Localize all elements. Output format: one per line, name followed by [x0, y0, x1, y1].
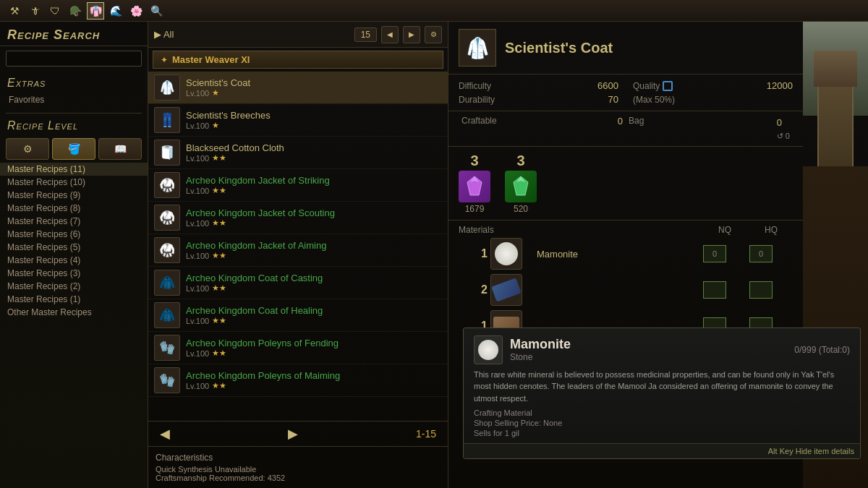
recipe-item-name-2: Blackseed Cotton Cloth — [186, 142, 442, 153]
recipe-item-8[interactable]: 🧤 Archeo Kingdom Poleyns of Fending Lv.1… — [148, 332, 448, 364]
recipe-item-0[interactable]: 🥼 Scientist's Coat Lv.100 ★ — [148, 72, 448, 104]
list-item-master-9[interactable]: Master Recipes (9) — [0, 189, 148, 202]
list-item-master-5[interactable]: Master Recipes (5) — [0, 241, 148, 254]
list-item-master-4[interactable]: Master Recipes (4) — [0, 254, 148, 267]
recipe-toolbar: ▶ All 15 ◀ ▶ ⚙ — [148, 22, 448, 48]
sidebar-search-input[interactable] — [6, 51, 142, 67]
item-header-name: Scientist's Coat — [505, 40, 613, 56]
list-item-master-11[interactable]: Master Recipes (11) — [0, 163, 148, 176]
toolbar-search-icon[interactable]: 🔍 — [148, 2, 165, 20]
recipe-item-info-4: Archeo Kingdom Jacket of Scouting Lv.100… — [186, 207, 442, 228]
toolbar-icon-2[interactable]: 🗡 — [26, 2, 43, 20]
recipe-item-name-0: Scientist's Coat — [186, 77, 442, 88]
quality-label: Quality — [633, 81, 673, 91]
material-icon-0 — [490, 238, 522, 270]
stars-icon-0: ★ — [212, 88, 219, 98]
level-btn-bag[interactable]: 🪣 — [52, 138, 95, 160]
sidebar-item-favorites[interactable]: Favorites — [0, 93, 148, 107]
recipe-item-name-8: Archeo Kingdom Poleyns of Fending — [186, 338, 442, 348]
tooltip-item-count: 0/999 (Total:0) — [578, 345, 850, 355]
recipe-item-9[interactable]: 🧤 Archeo Kingdom Poleyns of Maiming Lv.1… — [148, 364, 448, 397]
settings-btn[interactable]: ⚙ — [425, 26, 442, 43]
recipe-item-6[interactable]: 🧥 Archeo Kingdom Coat of Casting Lv.100 … — [148, 267, 448, 299]
right-panel: 🥼 Scientist's Coat Difficulty 6600 Quali… — [448, 22, 868, 488]
stars-icon-8: ★★ — [212, 348, 226, 358]
list-item-master-10[interactable]: Master Recipes (10) — [0, 176, 148, 189]
list-item-master-2[interactable]: Master Recipes (2) — [0, 280, 148, 293]
list-item-master-6[interactable]: Master Recipes (6) — [0, 228, 148, 241]
tooltip-crafting-material: Crafting Material — [474, 408, 850, 417]
material-nq-0[interactable]: 0 — [703, 245, 726, 262]
sidebar-title: Recipe Search — [0, 22, 148, 46]
craftable-label: Craftable — [461, 116, 497, 142]
sidebar: Recipe Search Extras Favorites Recipe Le… — [0, 22, 148, 488]
material-hq-0[interactable]: 0 — [749, 245, 773, 262]
material-hq-1[interactable] — [749, 281, 773, 299]
crystal-icon-1 — [505, 171, 537, 202]
item-header: 🥼 Scientist's Coat — [448, 22, 803, 74]
toolbar-icon-4[interactable]: 🪖 — [67, 2, 84, 20]
recipe-item-4[interactable]: 🥋 Archeo Kingdom Jacket of Scouting Lv.1… — [148, 202, 448, 234]
difficulty-label: Difficulty — [459, 81, 491, 91]
durability-value: 70 — [608, 94, 618, 105]
next-page-button[interactable]: ▶ — [288, 426, 298, 442]
quality-sub-row: (Max 50%) — [633, 94, 793, 105]
recipe-item-name-9: Archeo Kingdom Poleyns of Maiming — [186, 370, 442, 381]
stars-icon-9: ★★ — [212, 381, 226, 390]
recipe-item-info-9: Archeo Kingdom Poleyns of Maiming Lv.100… — [186, 370, 442, 390]
recipe-item-1[interactable]: 👖 Scientist's Breeches Lv.100 ★ — [148, 104, 448, 137]
material-name-0: Mamonite — [537, 249, 700, 260]
recipe-item-level-8: Lv.100 ★★ — [186, 348, 442, 358]
characteristics-section: Characteristics Quick Synthesis Unavaila… — [148, 446, 448, 488]
difficulty-row: Difficulty 6600 — [459, 80, 618, 91]
recipe-item-5[interactable]: 🥋 Archeo Kingdom Jacket of Aiming Lv.100… — [148, 234, 448, 267]
master-recipe-name: Master Weaver XI — [172, 54, 250, 65]
prev-page-btn[interactable]: ◀ — [381, 26, 399, 43]
toolbar-icon-7[interactable]: 🌸 — [127, 2, 145, 20]
recipe-item-info-2: Blackseed Cotton Cloth Lv.100 ★★ — [186, 142, 442, 163]
material-nq-1[interactable] — [703, 281, 726, 299]
list-item-master-7[interactable]: Master Recipes (7) — [0, 215, 148, 228]
materials-col-label: Materials — [459, 225, 700, 235]
recipe-item-name-7: Archeo Kingdom Coat of Healing — [186, 305, 442, 316]
crystal-count-0: 3 — [470, 153, 478, 169]
sidebar-divider — [6, 113, 142, 114]
toolbar-icon-5[interactable]: 👘 — [87, 2, 104, 20]
list-item-master-8[interactable]: Master Recipes (8) — [0, 202, 148, 215]
toolbar-icon-1[interactable]: ⚒ — [6, 2, 23, 20]
recipe-item-2[interactable]: 🧻 Blackseed Cotton Cloth Lv.100 ★★ — [148, 137, 448, 169]
craftable-value: 0 — [618, 116, 623, 142]
prev-page-button[interactable]: ◀ — [160, 426, 170, 442]
bag-value: 0 — [777, 117, 782, 128]
next-page-btn[interactable]: ▶ — [403, 26, 420, 43]
recipe-item-icon-8: 🧤 — [154, 335, 180, 361]
material-qty-1: 2 — [459, 283, 488, 296]
recipe-item-name-1: Scientist's Breeches — [186, 110, 442, 121]
list-item-master-1[interactable]: Master Recipes (1) — [0, 293, 148, 306]
recipe-item-3[interactable]: 🥋 Archeo Kingdom Jacket of Striking Lv.1… — [148, 169, 448, 202]
recipe-item-level-3: Lv.100 ★★ — [186, 186, 442, 195]
recipe-items-list: 🥼 Scientist's Coat Lv.100 ★ 👖 Scientist'… — [148, 72, 448, 421]
recipe-item-level-9: Lv.100 ★★ — [186, 381, 442, 390]
crystals-row: 3 1679 3 — [448, 147, 803, 221]
toolbar-icon-6[interactable]: 🌊 — [107, 2, 124, 20]
toolbar-icon-3[interactable]: 🛡 — [46, 2, 64, 20]
recipe-item-icon-1: 👖 — [154, 107, 180, 133]
pagination-info: 1-15 — [416, 428, 436, 440]
quality-row: Quality 12000 — [633, 80, 793, 91]
recipe-item-info-0: Scientist's Coat Lv.100 ★ — [186, 77, 442, 98]
stars-icon-5: ★★ — [212, 251, 226, 260]
list-item-master-3[interactable]: Master Recipes (3) — [0, 267, 148, 280]
crystal-icon-0 — [459, 171, 490, 202]
recipe-item-info-7: Archeo Kingdom Coat of Healing Lv.100 ★★ — [186, 305, 442, 325]
list-item-other-master[interactable]: Other Master Recipes — [0, 306, 148, 319]
level-btn-gear[interactable]: ⚙ — [6, 138, 49, 160]
level-btn-book[interactable]: 📖 — [98, 138, 142, 160]
recipe-item-info-3: Archeo Kingdom Jacket of Striking Lv.100… — [186, 175, 442, 195]
crystal-count-1: 3 — [516, 153, 524, 169]
recipe-item-7[interactable]: 🧥 Archeo Kingdom Coat of Healing Lv.100 … — [148, 299, 448, 332]
material-qty-0: 1 — [459, 247, 488, 260]
stars-icon-1: ★ — [212, 121, 219, 130]
tooltip-description: This rare white mineral is believed to p… — [474, 369, 850, 405]
tooltip-footer: Alt Key Hide item details — [464, 443, 860, 458]
